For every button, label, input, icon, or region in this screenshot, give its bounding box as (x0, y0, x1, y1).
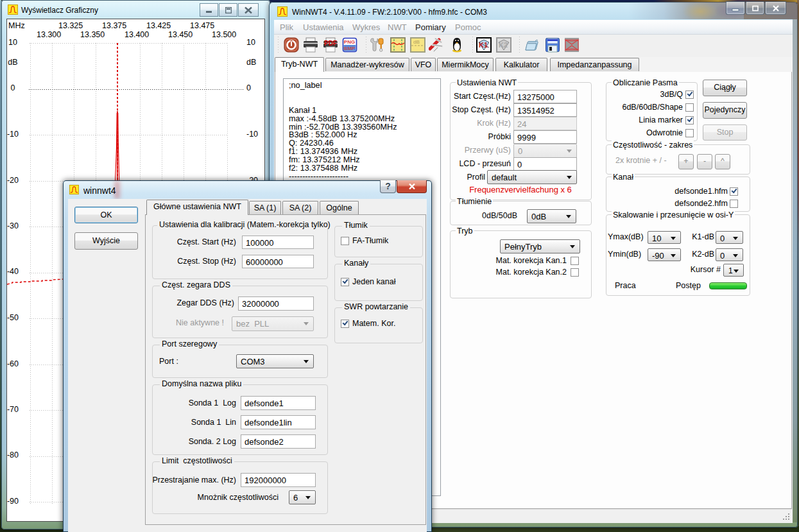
svg-text:K1: K1 (479, 41, 488, 49)
svg-text:BMP: BMP (344, 46, 356, 51)
svg-text:K2: K2 (499, 41, 508, 49)
svg-text:dB: dB (413, 39, 420, 45)
svg-text:PNG: PNG (344, 39, 355, 45)
svg-text:PDF: PDF (324, 40, 337, 47)
